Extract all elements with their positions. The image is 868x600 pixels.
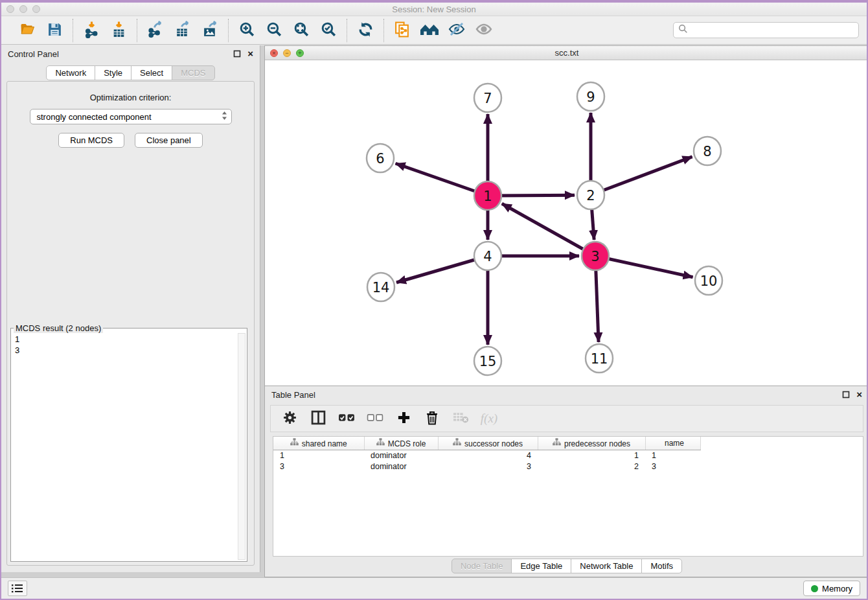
tab-motifs[interactable]: Motifs [641,559,682,573]
result-scrollbar[interactable] [238,333,246,560]
export-table-button[interactable] [170,19,195,42]
search-input[interactable] [691,25,854,35]
graph-node-11[interactable]: 11 [586,344,613,373]
float-table-panel-icon[interactable] [842,391,850,398]
table-cell[interactable]: dominator [364,450,438,461]
tab-node-table[interactable]: Node Table [451,559,512,573]
close-panel-button[interactable]: Close panel [135,133,203,148]
table-cell[interactable]: 1 [645,450,700,461]
close-panel-icon[interactable]: × [247,50,253,58]
network-view-window: × − + scc.txt 7968124314101511 [264,45,868,386]
graph-node-label: 10 [700,273,718,289]
import-network-button[interactable] [79,19,104,42]
import-table-button[interactable] [106,19,131,42]
tab-select[interactable]: Select [131,65,172,80]
eye-icon [474,21,494,39]
network-from-selection-button[interactable] [390,19,415,42]
table-row[interactable]: 3dominator323 [273,461,863,472]
gear-icon [282,410,297,427]
column-type-icon [290,439,299,448]
graph-edge-3-1[interactable] [502,203,595,256]
zoom-out-button[interactable] [262,19,286,42]
table-cell[interactable]: 3 [438,461,538,472]
graph-node-4[interactable]: 4 [474,242,501,270]
table-cell[interactable]: 4 [438,450,538,461]
toolbar-groups [9,19,502,42]
column-type-icon [553,439,561,448]
table-settings-button[interactable] [279,407,301,430]
mcds-result-box: MCDS result (2 nodes) 1 3 [10,323,247,562]
graph-node-2[interactable]: 2 [577,181,604,209]
memory-button[interactable]: Memory [803,581,860,596]
table-cell[interactable]: 1 [538,450,645,461]
table-cell[interactable]: dominator [364,461,438,472]
graph-node-label: 9 [586,89,595,105]
zoom-in-button[interactable] [234,19,259,42]
hide-selected-button[interactable] [444,19,469,42]
search-box[interactable] [673,22,859,38]
main-area: Control Panel × NetworkStyleSelectMCDS O… [1,45,867,577]
zoom-fit-button[interactable] [289,19,314,42]
open-session-button[interactable] [15,19,40,42]
optimization-criterion-select[interactable]: strongly connected component [30,109,232,124]
select-all-columns-button[interactable] [336,407,358,430]
graph-node-label: 3 [591,249,599,264]
first-neighbors-button[interactable] [417,19,442,42]
graph-node-15[interactable]: 15 [474,347,501,375]
export-image-button[interactable] [198,19,222,42]
tab-mcds[interactable]: MCDS [172,65,214,80]
save-session-button[interactable] [42,19,67,42]
column-header-shared-name[interactable]: shared name [273,437,364,450]
column-header-label: shared name [302,439,347,448]
graph-edge-1-6[interactable] [396,163,488,196]
import-table-icon [110,21,128,40]
float-panel-icon[interactable] [233,50,241,58]
run-mcds-button[interactable]: Run MCDS [58,133,124,148]
table-row[interactable]: 1dominator411 [273,450,863,461]
table-columns-button[interactable] [307,407,329,430]
close-table-panel-icon[interactable]: × [856,391,862,398]
graph-node-label: 11 [591,351,608,367]
fx-icon: f(x) [481,411,497,426]
network-canvas[interactable]: 7968124314101511 [265,60,868,385]
graph-node-14[interactable]: 14 [367,273,394,301]
column-header-mcds-role[interactable]: MCDS role [364,437,438,450]
column-header-predecessor-nodes[interactable]: predecessor nodes [538,437,645,450]
mcds-result-text[interactable]: 1 3 [11,333,236,560]
graph-node-label: 7 [483,91,492,106]
control-panel-title: Control Panel [8,49,59,59]
home-icon [420,21,439,40]
uncheck-boxes-icon [367,411,384,426]
task-history-button[interactable] [8,581,27,596]
column-header-name[interactable]: name [645,437,700,450]
graph-edge-2-8[interactable] [591,157,692,195]
app-window: Session: New Session Control Panel × Net… [0,0,868,600]
unselect-all-columns-button[interactable] [364,407,386,430]
zoom-selected-button[interactable] [316,19,341,42]
graph-node-8[interactable]: 8 [694,137,721,165]
table-cell[interactable]: 2 [538,461,645,472]
tab-network-table[interactable]: Network Table [571,559,642,573]
column-type-icon [376,439,385,448]
graph-node-6[interactable]: 6 [367,144,394,172]
graph-node-7[interactable]: 7 [474,84,501,112]
tab-network[interactable]: Network [46,65,95,80]
apply-layout-button[interactable] [353,19,378,42]
graph-node-10[interactable]: 10 [695,266,722,295]
graph-edge-3-10[interactable] [595,256,693,277]
table-cell[interactable]: 3 [273,461,364,472]
table-cell[interactable]: 3 [645,461,700,472]
tab-edge-table[interactable]: Edge Table [511,559,571,573]
function-builder-button: f(x) [478,407,500,430]
column-header-successor-nodes[interactable]: successor nodes [438,437,538,450]
graph-node-label: 8 [703,144,711,159]
delete-column-button[interactable] [421,407,443,430]
tab-style[interactable]: Style [95,65,131,80]
table-cell[interactable]: 1 [273,450,364,461]
graph-node-9[interactable]: 9 [577,82,604,111]
graph-node-1[interactable]: 1 [474,181,501,210]
graph-node-3[interactable]: 3 [582,242,609,270]
save-icon [47,21,63,40]
export-network-button[interactable] [143,19,168,42]
add-column-button[interactable] [393,407,415,430]
